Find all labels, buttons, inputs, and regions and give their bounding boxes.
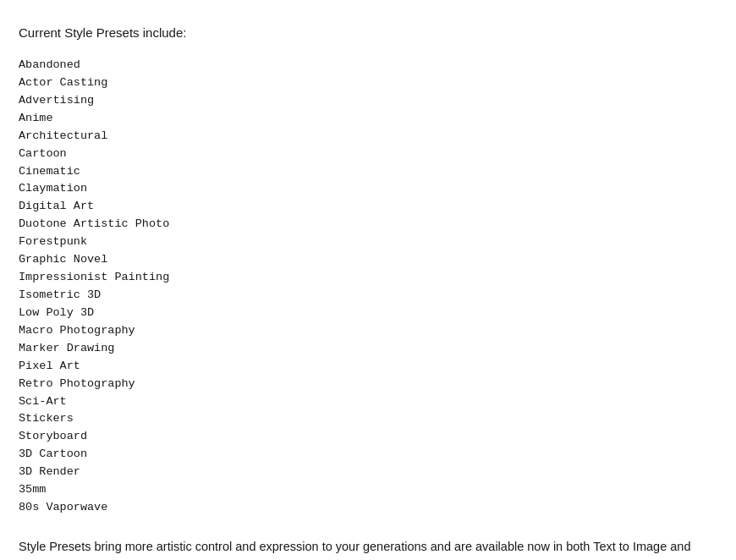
list-item: Isometric 3D: [19, 287, 717, 305]
list-item: Duotone Artistic Photo: [19, 216, 717, 233]
footer-text: Style Presets bring more artistic contro…: [19, 537, 717, 560]
list-item: Cinematic: [19, 163, 717, 181]
list-item: Impressionist Painting: [19, 269, 717, 287]
list-item: 3D Cartoon: [19, 446, 717, 464]
list-item: Pixel Art: [19, 358, 717, 376]
list-item: Abandoned: [19, 57, 717, 74]
list-item: Forestpunk: [19, 233, 717, 251]
list-item: Anime: [19, 110, 717, 128]
list-item: Marker Drawing: [19, 340, 717, 358]
presets-list: AbandonedActor CastingAdvertisingAnimeAr…: [19, 57, 717, 517]
list-item: Macro Photography: [19, 322, 717, 340]
section-heading: Current Style Presets include:: [19, 25, 717, 40]
list-item: Cartoon: [19, 145, 717, 163]
list-item: Storyboard: [19, 428, 717, 446]
list-item: Stickers: [19, 410, 717, 428]
list-item: Retro Photography: [19, 376, 717, 393]
list-item: 35mm: [19, 481, 717, 499]
list-item: Claymation: [19, 180, 717, 198]
list-item: Low Poly 3D: [19, 305, 717, 322]
list-item: Sci-Art: [19, 393, 717, 411]
list-item: Digital Art: [19, 198, 717, 216]
list-item: Actor Casting: [19, 74, 717, 92]
list-item: 80s Vaporwave: [19, 499, 717, 517]
list-item: Architectural: [19, 128, 717, 145]
list-item: 3D Render: [19, 464, 717, 481]
list-item: Advertising: [19, 92, 717, 110]
list-item: Graphic Novel: [19, 251, 717, 269]
